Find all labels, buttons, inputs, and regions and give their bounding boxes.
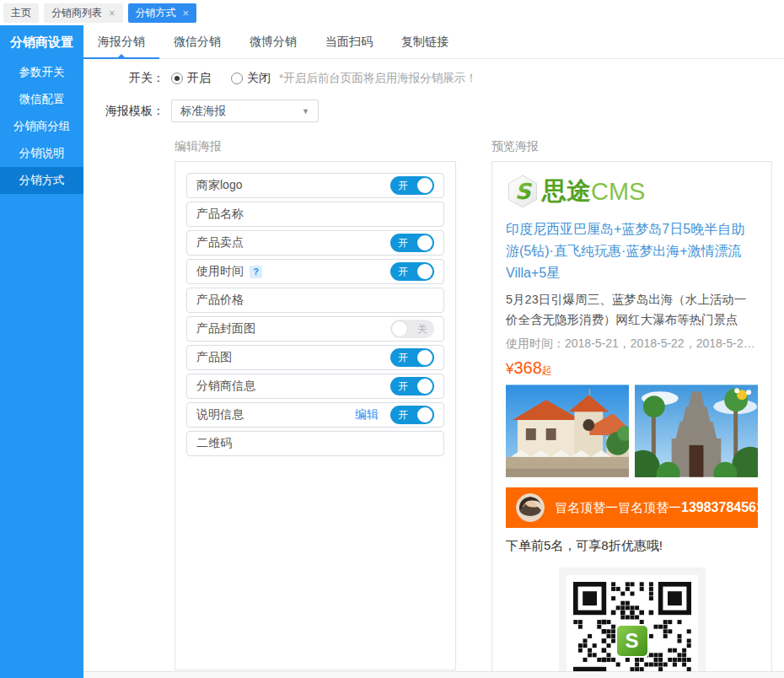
poster-field-row: 分销商信息 开	[186, 374, 444, 399]
selected-template: 标准海报	[180, 104, 226, 119]
merchant-logo: S 思途CMS	[506, 175, 758, 208]
photo-villa	[506, 385, 629, 477]
poster-editor-section: 编辑海报 商家logo 开 产品名称 产品卖点 开 使用时间	[175, 139, 456, 678]
toggle-knob	[417, 407, 432, 422]
field-toggle[interactable]: 开	[390, 176, 434, 195]
preview-title: 预览海报	[491, 139, 772, 154]
poster-field-row: 商家logo 开	[186, 173, 444, 198]
logo-text-cn: 思途	[542, 175, 591, 208]
poster-field-label: 产品名称	[196, 207, 244, 222]
nav-tab[interactable]: 当面扫码	[311, 25, 387, 58]
svg-text:S: S	[515, 179, 533, 204]
sidebar-header: 分销商设置	[0, 25, 83, 59]
edit-link[interactable]: 编辑	[355, 407, 379, 422]
nav-tab[interactable]: 海报分销	[83, 25, 159, 58]
toggle-knob	[417, 350, 432, 365]
poster-preview-panel: S 思途CMS 印度尼西亚巴厘岛+蓝梦岛7日5晚半自助游(5钻)·直飞纯玩惠·蓝…	[491, 161, 772, 678]
nav-tab[interactable]: 微信分销	[159, 25, 235, 58]
poster-field-row: 产品价格	[186, 288, 444, 313]
poster-field-row: 产品图 开	[186, 345, 444, 370]
poster-field-row: 二维码	[186, 431, 444, 456]
switch-label: 开关：	[83, 71, 164, 86]
poster-field-label: 说明信息	[196, 407, 244, 422]
poster-preview-section: 预览海报	[491, 139, 772, 678]
editor-title: 编辑海报	[175, 139, 456, 154]
toggle-knob	[417, 235, 432, 250]
field-toggle[interactable]: 开	[390, 348, 434, 367]
field-toggle[interactable]: 开	[390, 262, 434, 281]
field-toggle[interactable]: 开	[390, 377, 434, 396]
photo-temple	[635, 385, 758, 477]
sidebar-item[interactable]: 分销说明	[0, 140, 83, 167]
sidebar-item[interactable]: 微信配置	[0, 86, 83, 113]
switch-note: *开启后前台页面将启用海报分销展示！	[279, 71, 477, 86]
window-tab-label: 分销商列表	[51, 6, 102, 20]
poster-field-label: 产品图	[196, 350, 232, 365]
sidebar-item[interactable]: 参数开关	[0, 59, 83, 86]
toggle-knob	[417, 178, 432, 193]
window-tab[interactable]: 分销方式 ×	[128, 3, 197, 23]
help-icon[interactable]: ?	[250, 266, 262, 278]
product-price: ¥368起	[506, 358, 758, 378]
use-time: 使用时间：2018-5-21，2018-5-22，2018-5-23，2018-…	[506, 336, 758, 352]
qr-code-block: S	[559, 568, 706, 678]
product-photos	[506, 385, 758, 477]
window-tab-label: 分销方式	[136, 6, 176, 20]
poster-field-label: 产品价格	[196, 293, 244, 308]
radio-enable[interactable]: 开启	[171, 71, 211, 86]
distributor-name: 冒名顶替一冒名顶替一	[555, 500, 681, 516]
main-content: 海报分销微信分销微博分销当面扫码复制链接 开关： 开启 关闭 *开启后前台页面将…	[83, 25, 784, 678]
product-selling-point: 5月23日引爆周三、蓝梦岛出海（水上活动一价全含无隐形消费）网红大瀑布等热门景点	[506, 289, 758, 330]
poster-settings-form: 开关： 开启 关闭 *开启后前台页面将启用海报分销展示！ 海报模板： 标准海报 …	[83, 59, 784, 122]
distributor-bar: 冒名顶替一冒名顶替一 13983784561	[506, 487, 758, 528]
toggle-knob	[392, 321, 407, 336]
poster-field-row: 产品卖点 开	[186, 230, 444, 256]
window-tab-label: 主页	[11, 6, 31, 20]
qr-center-logo: S	[615, 624, 649, 658]
product-title: 印度尼西亚巴厘岛+蓝梦岛7日5晚半自助游(5钻)·直飞纯玩惠·蓝梦出海+激情漂流…	[506, 218, 758, 284]
poster-editor-panel: 商家logo 开 产品名称 产品卖点 开 使用时间 ? 开	[175, 161, 456, 670]
poster-field-label: 产品封面图	[196, 321, 255, 336]
horizontal-scrollbar[interactable]	[83, 671, 784, 678]
sidebar-item[interactable]: 分销商分组	[0, 113, 83, 140]
field-toggle[interactable]: 开	[390, 406, 434, 424]
distribution-method-tabs: 海报分销微信分销微博分销当面扫码复制链接	[83, 25, 784, 59]
radio-icon	[171, 73, 183, 84]
poster-field-label: 使用时间	[196, 264, 244, 279]
poster-field-label: 产品卖点	[196, 235, 244, 250]
poster-field-label: 分销商信息	[196, 379, 255, 394]
window-tab[interactable]: 分销商列表 ×	[44, 3, 123, 23]
promo-text: 下单前5名，可享8折优惠哦!	[506, 538, 758, 554]
template-label: 海报模板：	[83, 104, 164, 119]
distributor-avatar	[516, 493, 545, 522]
sidebar-item[interactable]: 分销方式	[0, 167, 83, 194]
distributor-phone: 13983784561	[681, 500, 764, 515]
poster-field-label: 二维码	[196, 436, 232, 451]
poster-field-label: 商家logo	[196, 178, 242, 193]
radio-disable[interactable]: 关闭	[231, 71, 271, 86]
window-tab[interactable]: 主页	[3, 3, 39, 23]
close-icon[interactable]: ×	[183, 8, 190, 19]
window-tab-bar: 主页 分销商列表 × 分销方式 ×	[0, 0, 784, 25]
toggle-knob	[417, 264, 432, 279]
close-icon[interactable]: ×	[109, 8, 115, 19]
poster-field-row: 使用时间 ? 开	[186, 259, 444, 284]
poster-field-row: 产品名称	[186, 202, 444, 227]
logo-text-en: CMS	[591, 178, 645, 206]
template-row: 海报模板： 标准海报 ▼	[83, 100, 784, 122]
situ-cms-logo-icon: S	[506, 175, 540, 208]
switch-row: 开关： 开启 关闭 *开启后前台页面将启用海报分销展示！	[83, 71, 784, 86]
nav-tab[interactable]: 微博分销	[235, 25, 311, 58]
toggle-knob	[417, 379, 432, 394]
dropdown-arrow-icon: ▼	[302, 107, 309, 116]
field-toggle[interactable]: 关	[390, 320, 434, 338]
nav-tab[interactable]: 复制链接	[387, 25, 463, 58]
poster-field-row: 产品封面图 关	[186, 316, 444, 342]
poster-template-select[interactable]: 标准海报 ▼	[171, 100, 319, 122]
field-toggle[interactable]: 开	[390, 234, 434, 252]
sidebar: 分销商设置 参数开关微信配置分销商分组分销说明分销方式	[0, 25, 83, 678]
poster-field-row: 说明信息 编辑 开	[186, 402, 444, 428]
radio-icon	[231, 73, 243, 84]
